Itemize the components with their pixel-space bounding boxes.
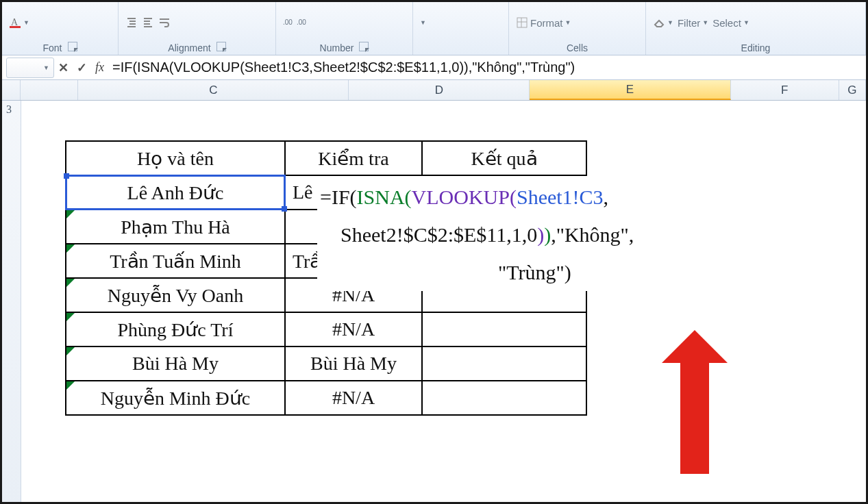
font-color-icon: A: [9, 16, 21, 29]
chevron-down-icon: ▼: [420, 19, 426, 26]
cell[interactable]: Phùng Đức Trí: [66, 312, 285, 346]
column-header-e[interactable]: E: [530, 80, 730, 100]
chevron-down-icon: ▼: [702, 19, 708, 26]
chevron-down-icon: ▼: [667, 19, 673, 26]
font-color-button[interactable]: A ▼: [9, 16, 29, 29]
increase-decimal-button[interactable]: .00: [283, 18, 293, 26]
dialog-launcher-icon[interactable]: [216, 42, 226, 51]
worksheet[interactable]: 3 Họ và tên Kiểm tra Kết quả Lê Anh Đức …: [2, 101, 866, 504]
name-box[interactable]: ▼: [6, 58, 54, 78]
chevron-down-icon: ▼: [43, 64, 49, 71]
cell[interactable]: #N/A: [285, 381, 422, 415]
cell[interactable]: [422, 312, 586, 346]
inline-formula-edit[interactable]: =IF(ISNA(VLOOKUP(Sheet1!C3, Sheet2!$C$2:…: [317, 178, 810, 291]
table-row: Bùi Hà My Bùi Hà My: [66, 346, 586, 381]
cell[interactable]: #N/A: [285, 312, 422, 346]
ribbon-group-cells: Format ▼ Cells: [509, 2, 646, 55]
fx-icon[interactable]: fx: [91, 60, 108, 75]
select-button[interactable]: Select▼: [712, 17, 749, 29]
row-headers[interactable]: 3: [2, 101, 21, 504]
indent-icon: [142, 16, 154, 29]
ribbon-blank: ▼: [413, 2, 509, 55]
svg-rect-2: [517, 18, 527, 27]
header-cell[interactable]: Họ và tên: [66, 141, 285, 175]
accept-formula-button[interactable]: ✓: [73, 60, 91, 75]
ribbon: A ▼ Font Alignment .00 .00 Number ▼: [2, 2, 866, 55]
ribbon-group-font: A ▼ Font: [2, 2, 119, 55]
decrease-decimal-button[interactable]: .00: [297, 18, 306, 26]
table-row: Nguyễn Minh Đức #N/A: [66, 381, 586, 415]
outdent-icon: [125, 16, 138, 29]
cell[interactable]: Bùi Hà My: [66, 346, 285, 381]
column-headers: B C D E F G: [2, 80, 866, 101]
dialog-launcher-icon[interactable]: [359, 42, 369, 51]
dialog-launcher-icon[interactable]: [68, 42, 77, 51]
header-cell[interactable]: Kiểm tra: [285, 141, 422, 175]
wrap-icon: [158, 16, 171, 29]
annotation-arrow-icon: [680, 351, 709, 474]
cell[interactable]: [422, 381, 586, 415]
excel-window: A ▼ Font Alignment .00 .00 Number ▼: [0, 0, 868, 504]
cell[interactable]: Nguyễn Minh Đức: [66, 381, 285, 415]
header-cell[interactable]: Kết quả: [422, 141, 586, 175]
cell[interactable]: Lê Anh Đức: [66, 175, 285, 210]
chevron-down-icon: ▼: [743, 19, 749, 26]
format-cells-icon: [516, 16, 528, 29]
cancel-formula-button[interactable]: ✕: [54, 60, 73, 75]
cell[interactable]: Nguyễn Vy Oanh: [66, 278, 285, 312]
column-header-g[interactable]: G: [839, 80, 866, 100]
table-row: Phùng Đức Trí #N/A: [66, 312, 586, 346]
cell[interactable]: Phạm Thu Hà: [66, 210, 285, 244]
increase-indent-button[interactable]: [142, 16, 154, 29]
chevron-down-icon: ▼: [23, 19, 29, 26]
svg-rect-1: [10, 26, 21, 28]
ribbon-label-alignment: Alignment: [168, 42, 210, 53]
decrease-indent-button[interactable]: [125, 16, 138, 29]
ribbon-label-number: Number: [320, 42, 354, 53]
table-row: Họ và tên Kiểm tra Kết quả: [66, 141, 586, 175]
ribbon-label-editing: Editing: [741, 42, 771, 53]
ribbon-group-alignment: Alignment: [119, 2, 276, 55]
row-number: 3: [6, 103, 12, 116]
formula-input[interactable]: =IF(ISNA(VLOOKUP(Sheet1!C3,Sheet2!$C$2:$…: [108, 60, 866, 75]
cell[interactable]: Bùi Hà My: [285, 346, 422, 381]
chevron-down-icon: ▼: [565, 19, 571, 26]
wrap-text-button[interactable]: [158, 16, 171, 29]
filter-button[interactable]: Filter▼: [678, 17, 708, 29]
ribbon-label-font: Font: [42, 42, 62, 53]
eraser-icon: [653, 16, 665, 29]
svg-text:A: A: [11, 17, 18, 27]
row-header-corner[interactable]: [2, 80, 21, 100]
cell[interactable]: Trần Tuấn Minh: [66, 244, 285, 278]
ribbon-group-number: .00 .00 Number: [276, 2, 413, 55]
column-header-f[interactable]: F: [731, 80, 839, 100]
column-header-d[interactable]: D: [349, 80, 530, 100]
cell[interactable]: [422, 346, 586, 381]
clear-button[interactable]: ▼: [653, 16, 673, 29]
formula-bar: ▼ ✕ ✓ fx =IF(ISNA(VLOOKUP(Sheet1!C3,Shee…: [2, 55, 866, 80]
ribbon-label-cells: Cells: [567, 42, 588, 53]
ribbon-group-editing: ▼ Filter▼ Select▼ Editing: [646, 2, 866, 55]
column-header-c[interactable]: C: [78, 80, 349, 100]
column-header-b[interactable]: B: [21, 80, 78, 100]
format-button[interactable]: Format ▼: [516, 16, 571, 29]
